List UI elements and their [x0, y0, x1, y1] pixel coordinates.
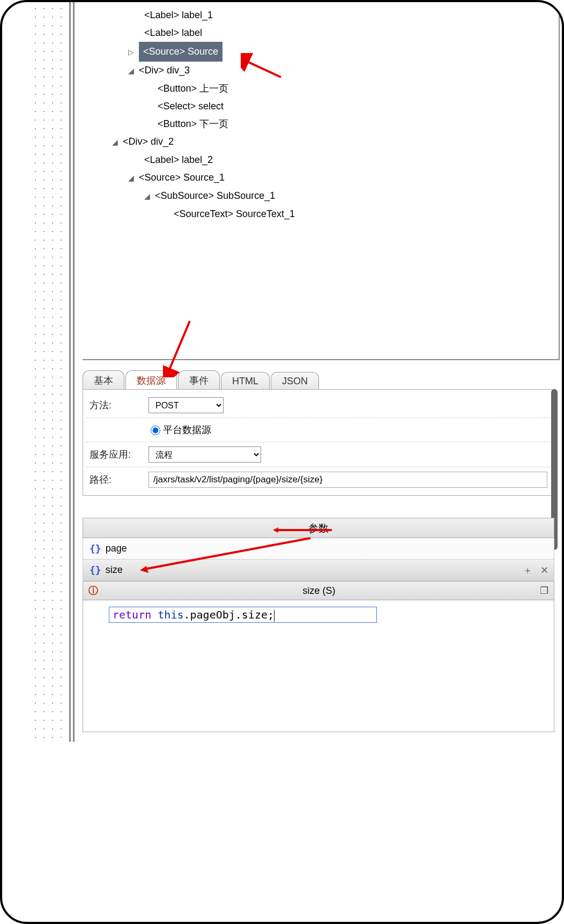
- tab-html[interactable]: HTML: [221, 372, 270, 389]
- expand-arrow-down-icon[interactable]: ◢: [125, 169, 136, 187]
- tab-events[interactable]: 事件: [178, 370, 220, 389]
- tab-datasource[interactable]: 数据源: [125, 370, 177, 389]
- service-app-label: 服务应用:: [90, 448, 149, 461]
- vertical-divider: [73, 2, 75, 742]
- tab-basic[interactable]: 基本: [83, 370, 124, 389]
- warning-icon: ⓘ: [88, 584, 98, 597]
- tree-node-select[interactable]: <Select> select: [83, 98, 559, 115]
- param-row-page[interactable]: {} page: [83, 538, 554, 560]
- tree-node-label-2[interactable]: <Label> label_2: [83, 151, 559, 169]
- platform-datasource-radio[interactable]: 平台数据源: [151, 424, 211, 435]
- expand-arrow-down-icon[interactable]: ◢: [125, 62, 136, 80]
- tab-json[interactable]: JSON: [271, 372, 319, 389]
- tree-node-label-1[interactable]: <Label> label_1: [83, 2, 559, 24]
- code-editor-header: ⓘ size (S) ❐: [83, 581, 554, 600]
- platform-radio-input[interactable]: [151, 426, 160, 435]
- braces-icon: {}: [90, 543, 101, 554]
- tree-node-button-next[interactable]: <Button> 下一页: [83, 115, 559, 133]
- code-keyword-this: this: [158, 608, 183, 621]
- tree-node-label[interactable]: <Label> label: [83, 24, 559, 42]
- method-label: 方法:: [90, 399, 149, 412]
- tree-node-source-1[interactable]: ◢ <Source> Source_1: [83, 169, 559, 187]
- param-name: size: [106, 564, 123, 576]
- maximize-icon[interactable]: ❐: [540, 585, 548, 597]
- text-cursor: [274, 610, 274, 622]
- platform-radio-label: 平台数据源: [163, 424, 211, 435]
- vertical-divider: [69, 2, 71, 742]
- path-input[interactable]: [149, 472, 547, 488]
- param-row-size[interactable]: {} size ＋ ✕: [83, 560, 554, 581]
- close-icon[interactable]: ✕: [540, 565, 548, 576]
- method-select[interactable]: POST: [149, 397, 224, 413]
- expand-arrow-down-icon[interactable]: ◢: [109, 133, 120, 151]
- datasource-form: 方法: POST 平台数据源 服务应用: 流程 路径:: [83, 389, 554, 496]
- expand-arrow-down-icon[interactable]: ◢: [142, 188, 152, 205]
- add-icon[interactable]: ＋: [523, 565, 532, 576]
- params-section-header: 参数: [83, 518, 554, 538]
- property-tabs: 基本 数据源 事件 HTML JSON: [83, 367, 320, 389]
- code-editor[interactable]: return this.pageObj.size;: [83, 600, 554, 732]
- path-label: 路径:: [90, 473, 149, 486]
- param-name: page: [106, 543, 127, 554]
- tree-node-source[interactable]: ▷ <Source> Source: [83, 42, 559, 62]
- code-expression: .pageObj.size;: [183, 608, 274, 621]
- expand-arrow-right-icon[interactable]: ▷: [125, 43, 136, 61]
- braces-icon: {}: [90, 564, 101, 576]
- code-keyword-return: return: [113, 608, 158, 621]
- canvas-dotted-gutter: [29, 2, 68, 742]
- tree-node-div-3[interactable]: ◢ <Div> div_3: [83, 62, 559, 80]
- service-app-select[interactable]: 流程: [149, 446, 261, 463]
- tree-node-subsource-1[interactable]: ◢ <SubSource> SubSource_1: [83, 187, 559, 205]
- tree-node-sourcetext-1[interactable]: <SourceText> SourceText_1: [83, 205, 559, 223]
- tree-node-button-prev[interactable]: <Button> 上一页: [83, 80, 559, 98]
- code-title: size (S): [98, 585, 540, 597]
- tree-node-div-2[interactable]: ◢ <Div> div_2: [83, 133, 559, 151]
- component-tree: <Label> label_1 <Label> label ▷ <Source>…: [83, 2, 560, 360]
